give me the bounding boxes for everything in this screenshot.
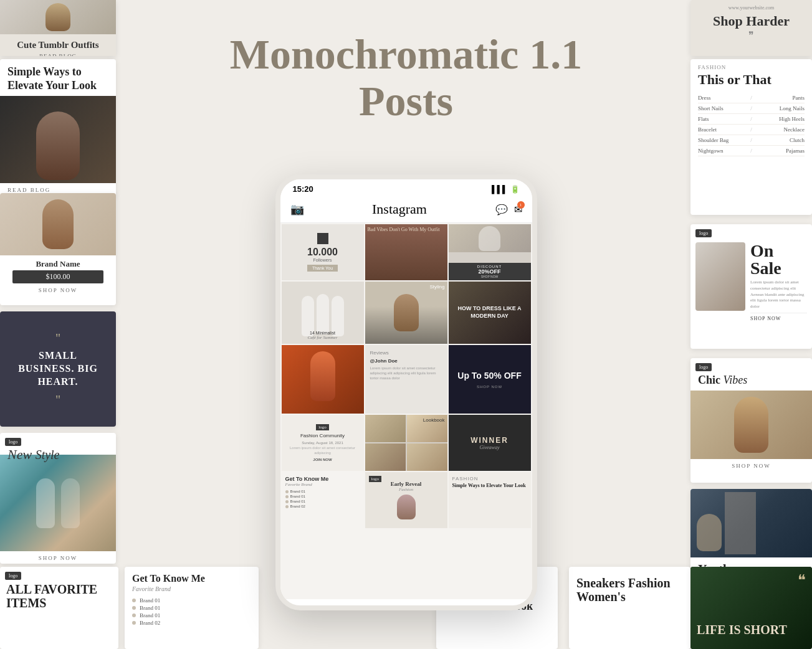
card-shopharder-title: Shop Harder [700,13,803,29]
feed-reviews-label: Reviews [370,350,442,356]
card-simple-title: Simple Ways to Elevate Your Look [0,59,116,96]
card-onsale-logo: logo [695,229,712,237]
list-item: Brand 01 [132,612,251,618]
feed-john-doe: @John Doe [370,358,442,364]
card-youth-image [690,489,812,557]
notification-badge: 1 [517,201,525,209]
card-tumblr-sub: READ BLOG [7,53,108,56]
card-chic-vibes: logo Chic Vibes SHOP NOW [690,358,812,483]
card-life-short: ❝ LIFE IS SHORT [690,567,812,649]
feed-bad-vibes-text: Bad Vibes Don't Go With My Outfit [368,227,440,233]
card-brand: Brand Name $100.00 SHOP NOW [0,193,116,305]
card-tumblr: Cute Tumblr Outfits READ BLOG [0,0,116,56]
feed-thank-you: Thank You [307,265,338,272]
phone-mockup: 15:20 ▌▌▌ 🔋 📷 Instagram 💬 ✉ 1 10.000 Fol… [275,174,537,610]
list-item: Brand 01 [285,495,360,498]
card-newstyle-title: New Style [7,447,60,463]
send-icon[interactable]: ✉ 1 [514,204,522,216]
feed-early-reveal-text: Early Reveal [391,481,422,487]
tot-row: Dress/Pants [698,93,805,103]
feed-content: 10.000 Followers Thank You Bad Vibes Don… [280,223,532,531]
feed-winner-text: WINNER [470,436,509,445]
quote-top-icon: " [55,332,60,344]
feed-fashion-label: Fashion [399,487,413,492]
tot-row: Nightgown/Pajamas [698,146,805,156]
card-newstyle-image [0,455,116,551]
card-get-to-know-title: Get To Know Me [125,567,259,585]
feed-fashion-community-text: Fashion Community [300,433,345,438]
quote-bottom-icon: " [55,394,60,406]
card-chic-logo: logo [695,363,712,371]
phone-time: 15:20 [293,184,313,194]
card-this-or-that: Fashion This or That Dress/Pants Short N… [690,59,812,215]
list-item: Brand 01 [132,605,251,611]
card-thisorthat-rows: Dress/Pants Short Nails/Long Nails Flats… [690,93,812,156]
feed-join-now: JOIN NOW [313,458,332,462]
feed-followers-label: Followers [313,258,332,262]
feed-tile-lookbook: Lookbook [365,415,447,471]
tot-row: Short Nails/Long Nails [698,103,805,114]
feed-discount-text: DISCOUNT 20%OFF SHOP NOW [449,263,531,280]
feed-50-off-text: Up To 50% OFF [457,370,521,382]
feed-tile-orange-dress [282,345,364,414]
tot-row: Bracelet/Necklace [698,125,805,135]
feed-lookbook-text: Lookbook [423,417,445,423]
card-business-text: SMALL BUSINESS. BIG HEART. [12,349,103,388]
card-simple-image [0,96,116,183]
feed-get-to-know-label: Get To Know Me [285,476,360,482]
feed-discount-amount: 20%OFF [451,268,529,275]
messenger-icon[interactable]: 💬 [495,204,508,216]
feed-giveaway-text: Giveaway [480,445,500,450]
feed-tile-followers: 10.000 Followers Thank You [282,224,364,280]
card-onsale-desc: Lorem ipsum dolor sit amet consectetur a… [750,280,807,310]
camera-icon[interactable]: 📷 [290,202,304,216]
feed-discount-shop: SHOP NOW [451,275,529,278]
card-favorite-logo: logo [5,572,21,580]
feed-tile-styling: Styling [365,282,447,344]
card-get-to-know-sub: Favorite Brand [125,585,259,596]
phone-status-bar: 15:20 ▌▌▌ 🔋 [280,179,532,199]
card-brand-image [0,193,116,255]
tot-row: Shoulder Bag/Clutch [698,135,805,146]
feed-row-1: 10.000 Followers Thank You Bad Vibes Don… [282,224,531,280]
instagram-feed[interactable]: 10.000 Followers Thank You Bad Vibes Don… [280,223,532,599]
card-shopharder-quote: ❞ [700,29,803,41]
feed-tile-get-to-know: Get To Know Me Favorite Brand Brand 01 B… [282,472,364,528]
feed-fashion-logo: logo [316,424,328,430]
list-item: Brand 01 [285,490,360,493]
life-short-quote-icon: ❝ [798,572,806,589]
feed-followers-count: 10.000 [307,247,338,258]
card-favorite: logo ALL FAVORITE ITEMS [0,567,118,649]
feed-tile-simple-ways: Fashion Simple Ways to Elevate Your Look [449,472,531,528]
tot-row: Flats/High Heels [698,114,805,125]
feed-styling-text: Styling [429,284,444,290]
card-on-sale: logo On Sale Lorem ipsum dolor sit amet … [690,224,812,349]
feed-early-logo: logo [369,476,381,482]
list-item: Brand 01 [285,500,360,503]
card-newstyle-script: Style [36,448,60,462]
main-title-text: Monochromatic 1.1 Posts [203,31,609,125]
feed-tile-50-off: Up To 50% OFF SHOP NOW [449,345,531,414]
feed-row-3: Reviews @John Doe Lorem ipsum dolor sit … [282,345,531,414]
card-thisorthat-fashion: Fashion [690,59,812,72]
feed-brand-label: Favorite Brand [285,482,360,487]
list-item: Brand 01 [132,597,251,604]
card-new-style: logo New Style SHOP NOW [0,433,116,564]
card-brand-name: Brand Name [0,255,116,270]
card-newstyle-logo: logo [5,438,21,446]
list-item: Brand 02 [132,620,251,626]
feed-row-2: 14 Minimalist Café for Summer Styling [282,282,531,344]
card-shopharder-website: www.yourwebsite.com [700,5,803,11]
phone-icons: ▌▌▌ 🔋 [492,185,520,194]
card-brand-shop: SHOP NOW [0,283,116,297]
card-chic-title: Chic Vibes [690,371,812,391]
card-onsale-title: On Sale [750,242,807,277]
card-newstyle-shop: SHOP NOW [0,551,116,565]
card-thisorthat-title: This or That [690,72,812,93]
card-simple-ways: Simple Ways to Elevate Your Look READ BL… [0,59,116,196]
card-tumblr-title: Cute Tumblr Outfits [7,39,108,50]
card-chic-shop: SHOP NOW [690,459,812,473]
feed-how-to-text: HOW TO DRESS LIKE A MODERN DAY [452,305,527,320]
card-get-to-know-items: Brand 01 Brand 01 Brand 01 Brand 02 [125,597,259,626]
feed-simple-ways-text: Simple Ways to Elevate Your Look [452,483,527,489]
